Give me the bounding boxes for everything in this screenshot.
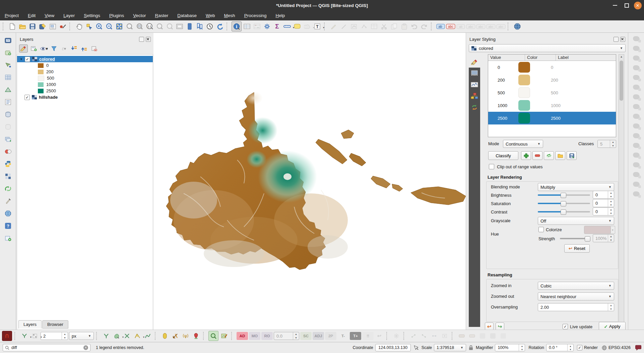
- spin-up-icon[interactable]: ▲: [610, 140, 616, 144]
- label-tool-icon[interactable]: [633, 133, 640, 138]
- toolbar-handle[interactable]: [14, 332, 17, 340]
- add-virtual-layer-button[interactable]: [3, 135, 13, 144]
- cut-features-button[interactable]: [379, 22, 389, 31]
- filter-by-expression-button[interactable]: ε▾: [60, 45, 68, 52]
- toolbar-handle[interactable]: [403, 332, 406, 340]
- spin-down-icon[interactable]: ▼: [293, 336, 299, 340]
- layer-hillshade-checkbox[interactable]: ✓: [24, 95, 30, 100]
- color-swatch[interactable]: [518, 113, 530, 123]
- toolbar-handle[interactable]: [386, 332, 389, 340]
- georeferencer-pin-button[interactable]: [191, 331, 201, 341]
- toolbar-handle[interactable]: [231, 332, 234, 340]
- save-layer-edits-button[interactable]: [339, 22, 348, 31]
- vertex-editor-icon[interactable]: [430, 331, 439, 341]
- add-wms-layer-button[interactable]: [3, 172, 13, 181]
- grayscale-select[interactable]: Off ▼: [538, 217, 614, 225]
- cad-ro-button[interactable]: RO: [261, 332, 273, 340]
- saturation-spinner[interactable]: 0 ▲▼: [593, 199, 614, 207]
- tab-histogram[interactable]: [469, 79, 480, 90]
- spin-down-icon[interactable]: ▼: [608, 307, 614, 311]
- close-button[interactable]: ✕: [633, 0, 643, 11]
- magnifier-spinner[interactable]: 100% ▲▼: [495, 344, 525, 351]
- label-tool-icon[interactable]: [633, 123, 640, 128]
- close-panel-icon[interactable]: [146, 37, 151, 42]
- menu-layer[interactable]: Layer: [63, 13, 75, 18]
- add-oracle-layer-button[interactable]: [3, 147, 13, 156]
- advanced-digitizing-dock-button[interactable]: [171, 331, 180, 341]
- strength-spinner[interactable]: 100% ▲▼: [593, 234, 614, 242]
- cad-mo-button[interactable]: MO: [249, 332, 260, 340]
- paste-features-button[interactable]: [399, 22, 409, 31]
- copy-features-button[interactable]: [389, 22, 399, 31]
- spin-up-icon[interactable]: ▲: [608, 191, 614, 195]
- menu-web[interactable]: Web: [206, 13, 215, 18]
- save-project-button[interactable]: [28, 22, 37, 31]
- layer-colored-checkbox[interactable]: ✓: [25, 57, 30, 62]
- colorize-dropdown[interactable]: ▼: [610, 226, 615, 234]
- contrast-slider[interactable]: [538, 208, 590, 215]
- cad-2p-button[interactable]: 2P: [325, 332, 336, 340]
- new-shapefile-layer-button[interactable]: [3, 234, 13, 243]
- remove-value-button[interactable]: [532, 151, 542, 160]
- rotate-label-button[interactable]: abc: [486, 22, 496, 31]
- expression-dropdown[interactable]: ▾: [64, 46, 66, 51]
- coordinate-input[interactable]: 124.003,13.130: [375, 344, 411, 351]
- snapping-intersection-button[interactable]: [122, 331, 132, 341]
- expand-all-button[interactable]: [70, 45, 78, 52]
- crs-indicator[interactable]: EPSG:4326: [608, 345, 631, 350]
- add-wfs-layer-button[interactable]: [3, 184, 13, 193]
- layer-labeling-button[interactable]: ab: [436, 22, 445, 31]
- menu-view[interactable]: View: [45, 13, 54, 18]
- menu-help[interactable]: Help: [275, 13, 285, 18]
- live-update-checkbox[interactable]: ✓: [563, 324, 568, 329]
- label-tool-icon[interactable]: [633, 182, 640, 187]
- text-annotation-dropdown[interactable]: ▾: [323, 26, 324, 29]
- color-swatch[interactable]: [518, 75, 530, 85]
- close-panel-icon[interactable]: [620, 37, 625, 42]
- snapping-mode-dropdown[interactable]: ▾: [41, 336, 42, 339]
- metasearch-button[interactable]: [513, 22, 522, 31]
- label-tool-icon[interactable]: [633, 36, 640, 41]
- refresh-map-button[interactable]: [215, 22, 224, 31]
- zoom-magnifier-toggle-button[interactable]: [208, 331, 218, 341]
- cad-undo-button[interactable]: ↩: [375, 331, 384, 341]
- spin-down-icon[interactable]: ▼: [568, 348, 573, 351]
- zoom-native-button[interactable]: 1:1: [145, 22, 154, 31]
- map-canvas[interactable]: [153, 33, 466, 330]
- pan-map-button[interactable]: [74, 22, 84, 31]
- remove-layer-button[interactable]: [90, 45, 98, 52]
- digitize-with-segment-button[interactable]: [349, 22, 359, 31]
- open-layer-styling-button[interactable]: [19, 45, 28, 53]
- mode-select[interactable]: Continuous ▼: [503, 140, 543, 148]
- label-tool-icon[interactable]: [633, 46, 640, 51]
- scroll-up-icon[interactable]: ▲: [619, 55, 624, 58]
- cad-adj-button[interactable]: ADJ: [313, 332, 324, 340]
- highlight-pinned-labels-button[interactable]: abc: [466, 22, 475, 31]
- toolbar-handle[interactable]: [508, 22, 511, 30]
- spin-up-icon[interactable]: ▲: [519, 344, 525, 348]
- zoom-in-button[interactable]: [94, 22, 104, 31]
- topological-editing-button[interactable]: [102, 331, 111, 341]
- new-3d-map-button[interactable]: [185, 22, 194, 31]
- scale-select[interactable]: 1:379518 ▼: [434, 344, 466, 351]
- slider-handle[interactable]: [585, 236, 590, 242]
- measure-tool-icon[interactable]: [457, 331, 466, 341]
- locator-search[interactable]: diff ✕: [3, 344, 90, 351]
- brightness-spinner[interactable]: 0 ▲▼: [593, 191, 614, 199]
- zoom-to-selection-button[interactable]: [125, 22, 134, 31]
- extra-tool-icon[interactable]: [499, 331, 508, 341]
- saturation-slider[interactable]: [538, 200, 590, 207]
- menu-mesh[interactable]: Mesh: [224, 13, 235, 18]
- vertex-editor-icon[interactable]: [440, 331, 449, 341]
- maximize-button[interactable]: [622, 0, 632, 11]
- map-themes-dropdown[interactable]: ▾: [46, 46, 48, 51]
- label-tool-icon[interactable]: [633, 104, 640, 109]
- style-manager-button[interactable]: [58, 22, 67, 31]
- processing-toolbox-button[interactable]: [262, 22, 272, 31]
- slider-handle[interactable]: [561, 193, 566, 198]
- change-label-button[interactable]: abc: [496, 22, 506, 31]
- add-value-button[interactable]: [521, 151, 531, 160]
- oversampling-spinner[interactable]: 2.00 ▲▼: [538, 303, 614, 311]
- show-statistical-summary-button[interactable]: Σ: [272, 22, 282, 31]
- table-row[interactable]: 500 500: [488, 86, 616, 99]
